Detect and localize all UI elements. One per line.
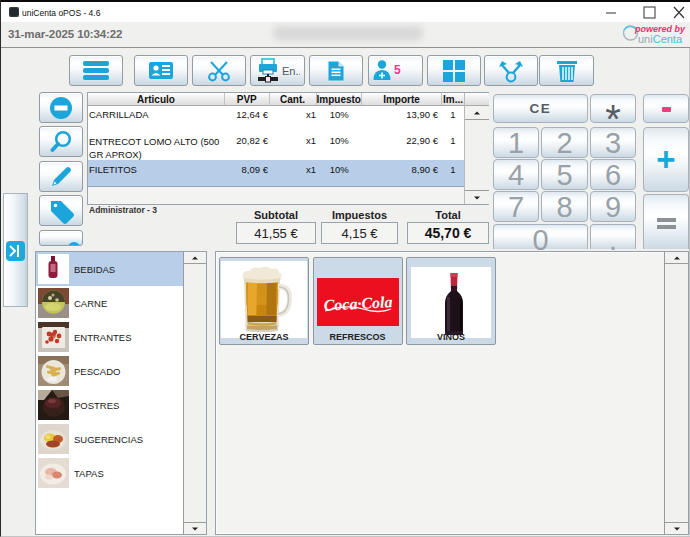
svg-text:uniCenta: uniCenta	[638, 33, 683, 45]
svg-text:En...: En...	[282, 65, 300, 77]
svg-text:5: 5	[394, 63, 401, 77]
